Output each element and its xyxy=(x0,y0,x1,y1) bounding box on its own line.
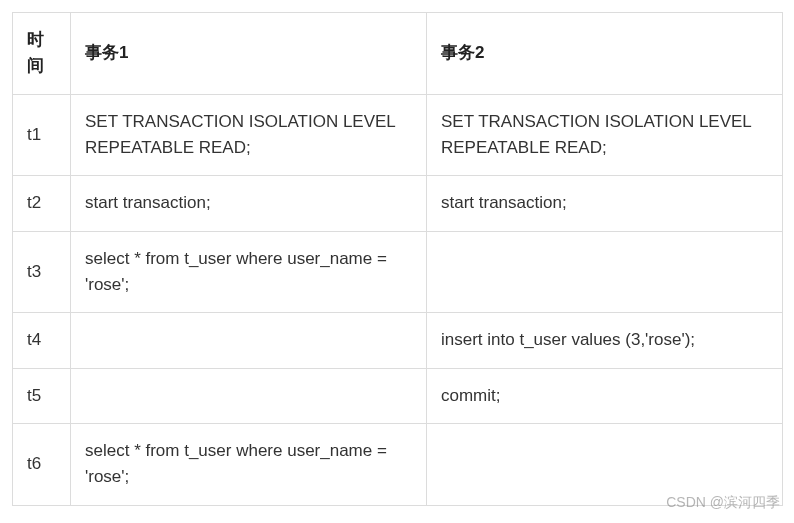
cell-tx1: SET TRANSACTION ISOLATION LEVEL REPEATAB… xyxy=(71,94,427,176)
cell-time: t3 xyxy=(13,231,71,313)
cell-tx1: start transaction; xyxy=(71,176,427,231)
cell-tx2: insert into t_user values (3,'rose'); xyxy=(427,313,783,368)
table-row: t5 commit; xyxy=(13,368,783,423)
cell-tx1: select * from t_user where user_name = '… xyxy=(71,231,427,313)
table-row: t4 insert into t_user values (3,'rose'); xyxy=(13,313,783,368)
cell-time: t6 xyxy=(13,424,71,506)
table-row: t1 SET TRANSACTION ISOLATION LEVEL REPEA… xyxy=(13,94,783,176)
cell-tx2 xyxy=(427,424,783,506)
table-header-row: 时间 事务1 事务2 xyxy=(13,13,783,95)
cell-time: t2 xyxy=(13,176,71,231)
header-time: 时间 xyxy=(13,13,71,95)
cell-tx2: commit; xyxy=(427,368,783,423)
table-row: t6 select * from t_user where user_name … xyxy=(13,424,783,506)
table-row: t3 select * from t_user where user_name … xyxy=(13,231,783,313)
cell-tx2: start transaction; xyxy=(427,176,783,231)
header-tx2: 事务2 xyxy=(427,13,783,95)
cell-tx2: SET TRANSACTION ISOLATION LEVEL REPEATAB… xyxy=(427,94,783,176)
cell-tx1 xyxy=(71,368,427,423)
cell-time: t5 xyxy=(13,368,71,423)
cell-tx2 xyxy=(427,231,783,313)
cell-time: t1 xyxy=(13,94,71,176)
table-row: t2 start transaction; start transaction; xyxy=(13,176,783,231)
header-tx1: 事务1 xyxy=(71,13,427,95)
cell-tx1 xyxy=(71,313,427,368)
cell-tx1: select * from t_user where user_name = '… xyxy=(71,424,427,506)
cell-time: t4 xyxy=(13,313,71,368)
transaction-table: 时间 事务1 事务2 t1 SET TRANSACTION ISOLATION … xyxy=(12,12,783,506)
